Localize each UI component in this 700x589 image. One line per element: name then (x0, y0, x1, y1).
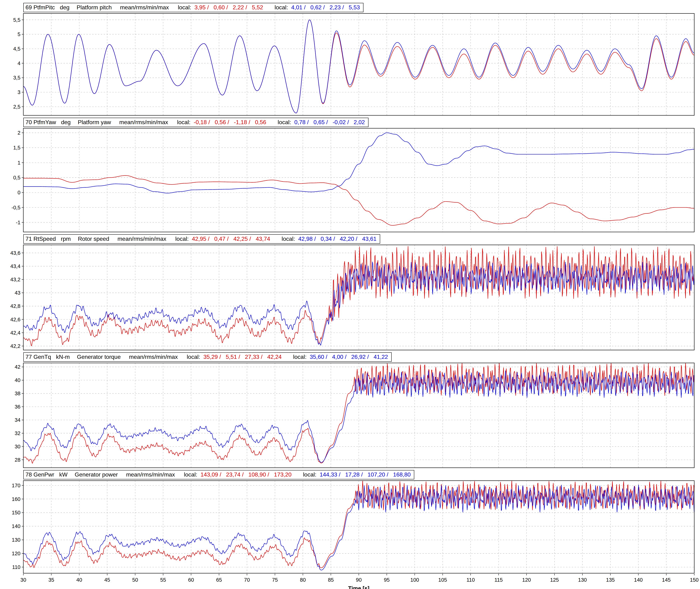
y-tick-label: 4,5 (13, 46, 20, 52)
channel-name: Platform pitch (76, 4, 112, 11)
y-tick-label: 43,6 (10, 250, 20, 256)
channel-unit: rpm (61, 235, 71, 242)
channel-code: 77 GenTq (25, 353, 51, 360)
x-tick-label: 30 (20, 577, 26, 583)
y-tick-label: 43,4 (10, 263, 20, 269)
y-tick-label: 30 (15, 444, 20, 449)
x-tick-label: 70 (244, 577, 250, 583)
local-stats-red: 35,29 / 5,51 / 27,33 / 42,24 (203, 353, 282, 360)
local-label-red: local: (177, 119, 191, 126)
channel-name: Generator power (75, 471, 118, 478)
local-stats-red: 42,95 / 0,47 / 42,25 / 43,74 (192, 235, 270, 242)
y-tick-label: 34 (15, 417, 20, 423)
channel-code: 69 PtfmPitc (25, 4, 55, 11)
y-tick-label: 40 (15, 377, 20, 383)
x-tick-label: 85 (328, 577, 334, 583)
y-tick-label: 110 (12, 564, 20, 570)
panel-generator-power: 78 GenPwr kW Generator power mean/rms/mi… (0, 468, 700, 574)
panel-rotor-speed: 71 RtSpeed rpm Rotor speed mean/rms/min/… (0, 232, 700, 351)
plot-svg: 21,510,50-0,5-1 (0, 128, 700, 232)
panel-generator-torque: 77 GenTq kN-m Generator torque mean/rms/… (0, 351, 700, 468)
local-label-blue: local: (275, 4, 288, 11)
y-tick-label: 3 (18, 89, 20, 95)
plot-svg: 43,643,443,24342,842,642,442,2 (0, 244, 700, 351)
x-tick-label: 145 (662, 577, 671, 583)
x-tick-label: 105 (438, 577, 447, 583)
plot-svg: 4240383634323028 (0, 362, 700, 468)
local-stats-red: 3,95 / 0,60 / 2,22 / 5,52 (194, 4, 263, 11)
y-tick-label: 42,2 (10, 343, 20, 349)
y-tick-label: 42,8 (10, 303, 20, 309)
x-tick-label: 100 (410, 577, 419, 583)
local-label-blue: local: (282, 235, 295, 242)
local-label-red: local: (178, 4, 191, 11)
series-red (23, 246, 694, 346)
y-tick-label: 32 (15, 430, 20, 436)
local-stats-blue: 144,33 / 17,28 / 107,20 / 168,80 (320, 471, 411, 478)
y-tick-label: 2 (18, 130, 20, 136)
gridlines (23, 245, 694, 350)
local-stats-red: -0,18 / 0,56 / -1,18 / 0,56 (194, 119, 266, 126)
y-tick-label: 1,5 (13, 145, 20, 151)
y-tick-label: 1 (18, 160, 20, 166)
x-tick-label: 55 (160, 577, 166, 583)
y-tick-label: 43,2 (10, 277, 20, 282)
y-tick-label: 42,6 (10, 317, 20, 323)
x-tick-label: 50 (132, 577, 138, 583)
y-tick-label: 0 (18, 190, 20, 195)
gridlines (23, 128, 694, 232)
x-tick-label: 110 (467, 577, 475, 583)
gridlines (23, 13, 694, 115)
local-stats-blue: 4,01 / 0,62 / 2,23 / 5,53 (291, 4, 360, 11)
x-tick-label: 125 (550, 577, 559, 583)
panel-header: 69 PtfmPitc deg Platform pitch mean/rms/… (23, 3, 363, 12)
plot-rotor-speed[interactable]: 43,643,443,24342,842,642,442,2 (0, 244, 700, 351)
channel-unit: kW (59, 471, 67, 478)
channel-name: Platform yaw (78, 119, 111, 126)
y-tick-label: 42 (15, 364, 20, 370)
y-tick-label: 43 (15, 290, 20, 296)
plot-platform-pitch[interactable]: 5,554,543,532,5 (0, 13, 700, 116)
y-tick-label: -0,5 (11, 205, 20, 210)
channel-code: 70 PtfmYaw (25, 119, 56, 126)
y-tick-label: 140 (12, 523, 20, 529)
x-tick-label: 60 (188, 577, 194, 583)
y-tick-label: 130 (12, 537, 20, 543)
panel-header: 78 GenPwr kW Generator power mean/rms/mi… (23, 470, 414, 479)
x-tick-label: 40 (76, 577, 82, 583)
x-tick-label: 80 (300, 577, 306, 583)
y-tick-label: 2,5 (13, 104, 20, 110)
y-tick-label: 5,5 (13, 17, 20, 23)
x-tick-label: 95 (384, 577, 390, 583)
panel-platform-pitch: 69 PtfmPitc deg Platform pitch mean/rms/… (0, 1, 700, 116)
y-tick-label: 170 (12, 482, 20, 488)
channel-unit: kN-m (56, 353, 70, 360)
panel-header: 77 GenTq kN-m Generator torque mean/rms/… (23, 352, 392, 362)
y-tick-label: 5 (18, 31, 20, 37)
plot-svg: 5,554,543,532,5 (0, 13, 700, 116)
local-stats-blue: 0,78 / 0,65 / -0,02 / 2,02 (294, 119, 365, 126)
local-label-blue: local: (278, 119, 291, 126)
series-red (23, 363, 694, 463)
plot-platform-yaw[interactable]: 21,510,50-0,5-1 (0, 128, 700, 232)
y-tick-label: 38 (15, 391, 20, 396)
channel-unit: deg (61, 119, 70, 126)
x-tick-label: 35 (48, 577, 54, 583)
local-label-red: local: (187, 353, 200, 360)
panel-header: 70 PtfmYaw deg Platform yaw mean/rms/min… (23, 118, 368, 127)
series-blue (23, 371, 694, 462)
plot-generator-torque[interactable]: 4240383634323028 (0, 362, 700, 468)
x-tick-label: 75 (272, 577, 278, 583)
y-tick-label: 150 (12, 510, 20, 516)
panel-header: 71 RtSpeed rpm Rotor speed mean/rms/min/… (23, 234, 380, 244)
plot-generator-power[interactable]: 170160150140130120110 (0, 480, 700, 574)
x-tick-label: 65 (216, 577, 222, 583)
y-tick-label: 3,5 (13, 75, 20, 80)
local-label-red: local: (175, 235, 189, 242)
stats-kind-label: mean/rms/min/max (119, 119, 168, 126)
channel-code: 78 GenPwr (25, 471, 54, 478)
stats-kind-label: mean/rms/min/max (129, 353, 178, 360)
y-tick-label: 28 (15, 457, 20, 463)
y-tick-label: 4 (18, 60, 20, 66)
time-axis: 3035404550556065707580859095100105110115… (0, 574, 700, 589)
